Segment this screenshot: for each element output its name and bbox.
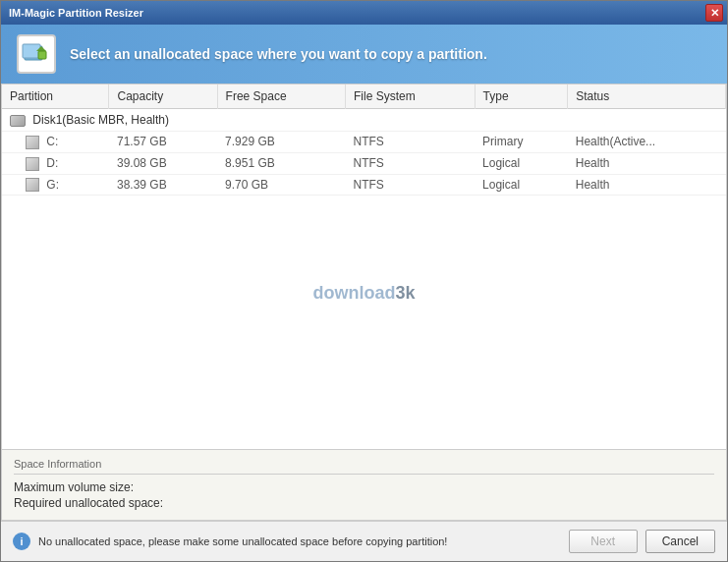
- table-container: Partition Capacity Free Space File Syste…: [2, 84, 726, 449]
- partition-type: Logical: [475, 174, 568, 196]
- partition-type: Primary: [475, 132, 568, 153]
- partition-freespace: 9.70 GB: [217, 174, 345, 196]
- partition-freespace: 8.951 GB: [217, 152, 345, 174]
- title-bar: IM-Magic Partition Resizer ✕: [1, 1, 727, 25]
- col-capacity: Capacity: [109, 84, 217, 109]
- table-row[interactable]: G: 38.39 GB 9.70 GB NTFS Logical Health: [2, 174, 726, 196]
- space-info-section: Space Information Maximum volume size: R…: [2, 449, 726, 520]
- partition-name: G:: [2, 174, 109, 196]
- partition-status: Health(Active...: [568, 132, 726, 153]
- partition-name: C:: [2, 132, 109, 153]
- partition-icon: [26, 178, 39, 192]
- partition-name: D:: [2, 152, 109, 174]
- col-type: Type: [475, 84, 568, 109]
- main-window: IM-Magic Partition Resizer ✕ Select an u…: [0, 0, 728, 562]
- disk-icon: [10, 115, 26, 127]
- header-text: Select an unallocated space where you wa…: [70, 46, 487, 62]
- partition-filesystem: NTFS: [346, 152, 476, 174]
- header-icon: [17, 34, 56, 74]
- table-header-row: Partition Capacity Free Space File Syste…: [2, 84, 726, 109]
- copy-icon: [21, 38, 52, 70]
- header-banner: Select an unallocated space where you wa…: [1, 25, 727, 84]
- table-row[interactable]: C: 71.57 GB 7.929 GB NTFS Primary Health…: [2, 132, 726, 153]
- bottom-message: No unallocated space, please make some u…: [38, 535, 561, 547]
- window-title: IM-Magic Partition Resizer: [9, 7, 143, 19]
- partition-filesystem: NTFS: [346, 132, 476, 153]
- watermark-prefix: download: [312, 283, 395, 303]
- content-area: Partition Capacity Free Space File Syste…: [1, 84, 727, 521]
- partition-capacity: 39.08 GB: [109, 152, 217, 174]
- col-free-space: Free Space: [217, 84, 345, 109]
- required-space-label: Required unallocated space:: [14, 496, 163, 510]
- bottom-bar: i No unallocated space, please make some…: [1, 521, 727, 561]
- partition-capacity: 38.39 GB: [109, 174, 217, 196]
- partition-icon: [26, 157, 39, 171]
- col-filesystem: File System: [346, 84, 476, 109]
- disk-group-row: Disk1(Basic MBR, Health): [2, 109, 726, 132]
- max-volume-row: Maximum volume size:: [14, 480, 714, 494]
- partition-status: Health: [568, 174, 726, 196]
- disk-group-label: Disk1(Basic MBR, Health): [2, 109, 726, 132]
- partition-type: Logical: [475, 152, 568, 174]
- partition-icon: [26, 136, 39, 149]
- cancel-button[interactable]: Cancel: [645, 530, 715, 553]
- max-volume-label: Maximum volume size:: [14, 480, 134, 494]
- partition-filesystem: NTFS: [346, 174, 476, 196]
- partition-table: Partition Capacity Free Space File Syste…: [2, 84, 726, 196]
- col-partition: Partition: [2, 84, 109, 109]
- partition-freespace: 7.929 GB: [217, 132, 345, 153]
- space-info-title: Space Information: [14, 458, 714, 475]
- watermark-suffix: 3k: [395, 283, 415, 303]
- required-space-row: Required unallocated space:: [14, 496, 714, 510]
- watermark: download3k: [312, 283, 415, 304]
- close-button[interactable]: ✕: [705, 4, 723, 22]
- table-row[interactable]: D: 39.08 GB 8.951 GB NTFS Logical Health: [2, 152, 726, 174]
- info-icon: i: [13, 533, 30, 550]
- partition-status: Health: [568, 152, 726, 174]
- svg-rect-2: [38, 51, 46, 59]
- col-status: Status: [568, 84, 726, 109]
- partition-capacity: 71.57 GB: [109, 132, 217, 153]
- next-button[interactable]: Next: [569, 530, 638, 553]
